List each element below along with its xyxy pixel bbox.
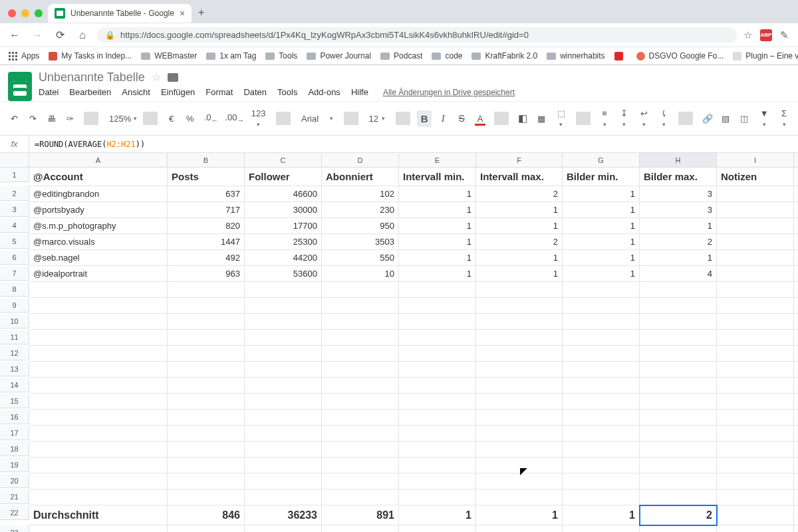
- formula-input[interactable]: =ROUND(AVERAGE(H2:H21)): [29, 136, 150, 152]
- bookmark-item[interactable]: [614, 52, 627, 61]
- cell-C13[interactable]: [245, 362, 322, 378]
- cell-H20[interactable]: [640, 473, 717, 489]
- cell-spacer[interactable]: [794, 410, 798, 426]
- cell-A11[interactable]: [29, 330, 168, 346]
- cell-G12[interactable]: [563, 346, 640, 362]
- cell-spacer[interactable]: [794, 298, 798, 314]
- cell-A4[interactable]: @s.m.p_photography: [29, 218, 168, 234]
- cell-E20[interactable]: [399, 473, 476, 489]
- functions-button[interactable]: Σ ▾: [777, 106, 791, 131]
- cell-A17[interactable]: [29, 426, 168, 442]
- cell-D5[interactable]: 3503: [322, 234, 399, 250]
- merge-cells-button[interactable]: ⬚ ▾: [553, 106, 569, 131]
- col-header-E[interactable]: E: [399, 153, 476, 168]
- cell-D12[interactable]: [322, 346, 399, 362]
- cell-G7[interactable]: 1: [563, 266, 640, 282]
- cell-F15[interactable]: [476, 394, 563, 410]
- cell-E13[interactable]: [399, 362, 476, 378]
- cell-A7[interactable]: @idealportrait: [29, 266, 168, 282]
- cell-E12[interactable]: [399, 346, 476, 362]
- row-header-6[interactable]: 6: [0, 250, 29, 265]
- extension-icon[interactable]: ✎: [780, 29, 789, 41]
- cell-G22[interactable]: 1: [563, 505, 640, 525]
- cell-B9[interactable]: [168, 298, 245, 314]
- cell-F3[interactable]: 1: [476, 202, 563, 218]
- cell-G15[interactable]: [563, 394, 640, 410]
- cell-B13[interactable]: [168, 362, 245, 378]
- cell-D6[interactable]: 550: [322, 250, 399, 266]
- cell-spacer[interactable]: [794, 314, 798, 330]
- cell-I2[interactable]: [717, 186, 794, 202]
- cell-E15[interactable]: [399, 394, 476, 410]
- bookmark-apps[interactable]: Apps: [8, 51, 39, 61]
- row-header-18[interactable]: 18: [0, 442, 29, 456]
- cell-spacer[interactable]: [794, 473, 798, 489]
- row-header-12[interactable]: 12: [0, 346, 29, 360]
- cell-A13[interactable]: [29, 362, 168, 378]
- filter-button[interactable]: ▼ ▾: [755, 106, 773, 131]
- cell-F20[interactable]: [476, 473, 563, 489]
- cell-I18[interactable]: [717, 442, 794, 458]
- bookmark-item[interactable]: WEBmaster: [141, 51, 197, 61]
- cell-D2[interactable]: 102: [322, 186, 399, 202]
- cell-I7[interactable]: [717, 266, 794, 282]
- cell-B4[interactable]: 820: [168, 218, 245, 234]
- cell-C17[interactable]: [245, 426, 322, 442]
- cell-H10[interactable]: [640, 314, 717, 330]
- cell-D11[interactable]: [322, 330, 399, 346]
- tab-close-icon[interactable]: ×: [180, 8, 185, 19]
- header-cell-E[interactable]: Intervall min.: [399, 168, 476, 186]
- cell-spacer[interactable]: [794, 234, 798, 250]
- menu-daten[interactable]: Daten: [243, 87, 267, 97]
- cell-H23[interactable]: [640, 525, 717, 532]
- menu-einfuegen[interactable]: Einfügen: [161, 87, 195, 97]
- cell-C4[interactable]: 17700: [245, 218, 322, 234]
- row-header-15[interactable]: 15: [0, 394, 29, 408]
- cell-F21[interactable]: [476, 489, 563, 505]
- cell-E10[interactable]: [399, 314, 476, 330]
- cell-C2[interactable]: 46600: [245, 186, 322, 202]
- cell-E16[interactable]: [399, 410, 476, 426]
- cell-A14[interactable]: [29, 378, 168, 394]
- cell-B12[interactable]: [168, 346, 245, 362]
- cell-A22[interactable]: Durchschnitt: [29, 505, 168, 525]
- col-header-H[interactable]: H: [640, 153, 717, 168]
- fx-icon[interactable]: fx: [0, 136, 29, 152]
- cell-C15[interactable]: [245, 394, 322, 410]
- cell-E4[interactable]: 1: [399, 218, 476, 234]
- menu-datei[interactable]: Datei: [39, 87, 59, 97]
- new-tab-button[interactable]: +: [192, 3, 211, 23]
- cell-D17[interactable]: [322, 426, 399, 442]
- doc-title[interactable]: Unbenannte Tabelle: [39, 70, 145, 84]
- cell-C18[interactable]: [245, 442, 322, 458]
- cell-D18[interactable]: [322, 442, 399, 458]
- print-button[interactable]: 🖶: [44, 111, 59, 126]
- cell-B11[interactable]: [168, 330, 245, 346]
- cell-F2[interactable]: 2: [476, 186, 563, 202]
- cell-I22[interactable]: [717, 505, 794, 525]
- rotate-button[interactable]: ⤹ ▾: [656, 106, 672, 131]
- cell-E2[interactable]: 1: [399, 186, 476, 202]
- cell-H15[interactable]: [640, 394, 717, 410]
- cell-F11[interactable]: [476, 330, 563, 346]
- cell-D8[interactable]: [322, 282, 399, 298]
- cell-B21[interactable]: [168, 489, 245, 505]
- cell-G8[interactable]: [563, 282, 640, 298]
- cell-A12[interactable]: [29, 346, 168, 362]
- cell-D20[interactable]: [322, 473, 399, 489]
- cell-G17[interactable]: [563, 426, 640, 442]
- cell-I3[interactable]: [717, 202, 794, 218]
- menu-tools[interactable]: Tools: [277, 87, 297, 97]
- cell-G19[interactable]: [563, 458, 640, 473]
- header-cell-A[interactable]: @Account: [29, 168, 168, 186]
- font-size-select[interactable]: 12▾: [365, 112, 390, 125]
- cell-C19[interactable]: [245, 458, 322, 473]
- cell-I4[interactable]: [717, 218, 794, 234]
- cell-E9[interactable]: [399, 298, 476, 314]
- increase-decimal-button[interactable]: .00→: [222, 110, 243, 127]
- cell-F14[interactable]: [476, 378, 563, 394]
- url-input[interactable]: 🔒 https://docs.google.com/spreadsheets/d…: [97, 27, 737, 43]
- bookmark-item[interactable]: winnerhabits: [547, 51, 604, 61]
- row-header-9[interactable]: 9: [0, 298, 29, 313]
- cell-spacer[interactable]: [794, 266, 798, 282]
